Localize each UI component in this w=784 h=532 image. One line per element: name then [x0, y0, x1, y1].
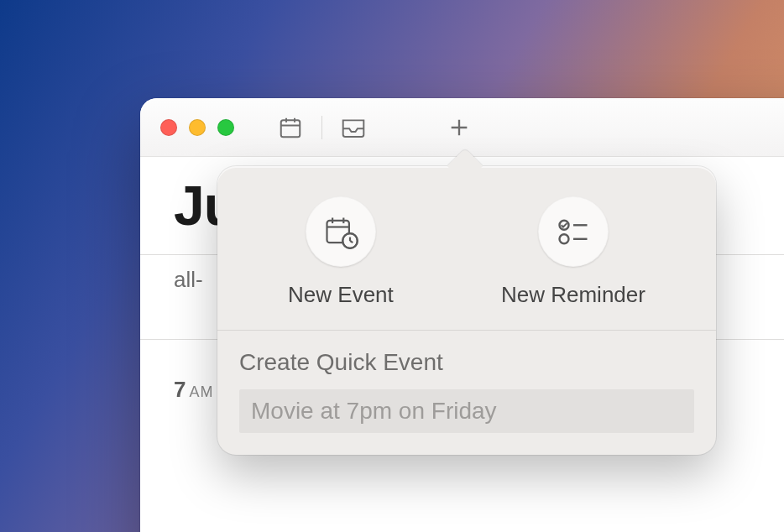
- calendar-window: Ju all- ... 7 AM: [140, 98, 784, 532]
- inbox-icon: [340, 115, 367, 140]
- toolbar-separator: [321, 116, 322, 139]
- new-event-label: New Event: [288, 282, 394, 308]
- svg-rect-0: [281, 120, 301, 137]
- close-window-button[interactable]: [160, 119, 177, 136]
- calendars-toolbar-button[interactable]: [273, 110, 308, 145]
- hour-ampm: AM: [189, 383, 213, 401]
- calendar-clock-icon: [322, 213, 359, 250]
- quick-event-input[interactable]: [239, 389, 694, 433]
- hour-number: 7: [174, 377, 186, 403]
- add-popover: New Event New Reminder: [217, 166, 716, 455]
- popover-divider: [217, 330, 716, 331]
- plus-icon: [447, 116, 471, 139]
- all-day-label: all-: [174, 267, 203, 293]
- titlebar: [140, 98, 784, 157]
- new-reminder-label: New Reminder: [501, 282, 645, 308]
- quick-event-section: Create Quick Event: [217, 349, 716, 433]
- quick-event-title: Create Quick Event: [239, 349, 694, 376]
- popover-options: New Event New Reminder: [217, 190, 716, 330]
- window-controls: [160, 119, 234, 136]
- inbox-toolbar-button[interactable]: [336, 110, 371, 145]
- calendar-icon: [278, 115, 303, 140]
- add-toolbar-button[interactable]: [442, 110, 477, 145]
- new-reminder-option[interactable]: New Reminder: [501, 196, 645, 308]
- new-event-option[interactable]: New Event: [288, 196, 394, 308]
- svg-point-16: [559, 234, 568, 243]
- reminders-list-icon: [555, 213, 592, 250]
- minimize-window-button[interactable]: [189, 119, 206, 136]
- fullscreen-window-button[interactable]: [217, 119, 234, 136]
